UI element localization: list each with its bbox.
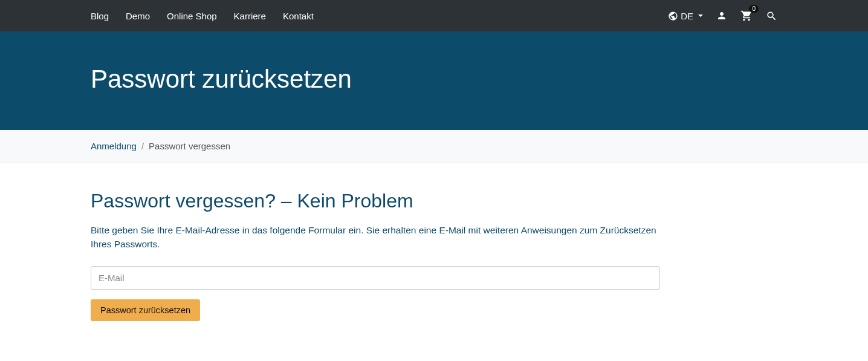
cart-button[interactable]: 0 — [740, 10, 753, 22]
search-button[interactable] — [766, 10, 777, 22]
page-title: Passwort zurücksetzen — [91, 65, 777, 94]
navbar: Blog Demo Online Shop Karriere Kontakt D… — [0, 0, 868, 31]
caret-down-icon — [698, 15, 703, 17]
breadcrumb: Anmeldung / Passwort vergessen — [91, 141, 777, 151]
reset-password-button[interactable]: Passwort zurücksetzen — [91, 299, 200, 321]
nav-link-kontakt[interactable]: Kontakt — [283, 11, 314, 21]
search-icon — [766, 10, 777, 22]
user-account-button[interactable] — [716, 10, 727, 21]
nav-right: DE 0 — [668, 10, 777, 22]
main-content: Passwort vergessen? – Kein Problem Bitte… — [0, 163, 868, 357]
hero-banner: Passwort zurücksetzen — [0, 31, 868, 130]
user-icon — [716, 10, 727, 21]
content-description: Bitte geben Sie Ihre E-Mail-Adresse in d… — [91, 223, 660, 252]
breadcrumb-separator: / — [141, 141, 144, 151]
nav-link-blog[interactable]: Blog — [91, 11, 109, 21]
email-field[interactable] — [91, 266, 660, 290]
language-label: DE — [681, 11, 693, 21]
globe-icon — [668, 11, 678, 21]
content-heading: Passwort vergessen? – Kein Problem — [91, 190, 660, 212]
cart-count-badge: 0 — [749, 5, 759, 13]
language-selector[interactable]: DE — [668, 11, 703, 21]
nav-link-demo[interactable]: Demo — [126, 11, 150, 21]
breadcrumb-bar: Anmeldung / Passwort vergessen — [0, 130, 868, 163]
nav-link-online-shop[interactable]: Online Shop — [167, 11, 217, 21]
nav-link-karriere[interactable]: Karriere — [234, 11, 266, 21]
nav-left: Blog Demo Online Shop Karriere Kontakt — [91, 11, 314, 21]
breadcrumb-link-login[interactable]: Anmeldung — [91, 141, 137, 151]
content-inner: Passwort vergessen? – Kein Problem Bitte… — [91, 190, 660, 321]
breadcrumb-current: Passwort vergessen — [149, 141, 230, 151]
